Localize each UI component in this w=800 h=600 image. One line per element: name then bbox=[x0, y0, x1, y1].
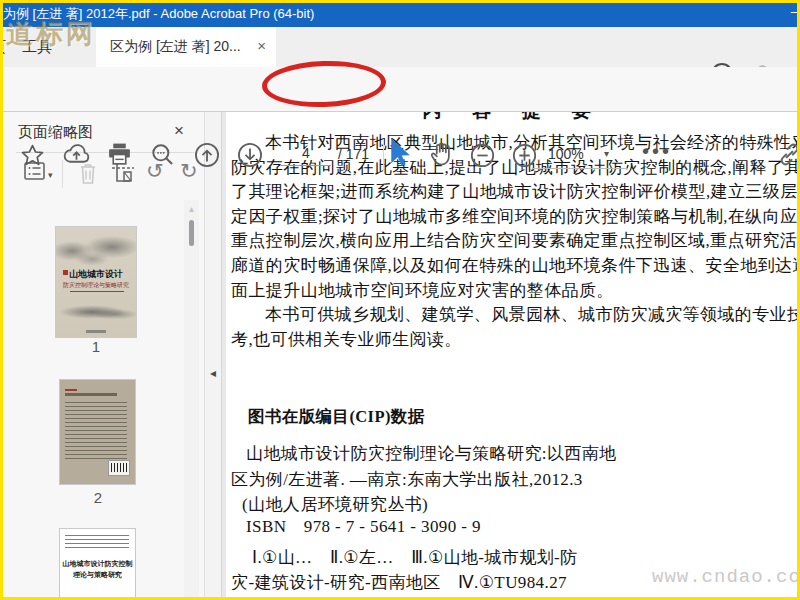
cover-ink-smudge bbox=[56, 301, 136, 323]
document-line: 廊道的灾时畅通保障,以及如何在特殊的山地环境条件下迅速、安全地到达避难场所,从而… bbox=[231, 254, 800, 277]
site-url-watermark: www.cndao.com bbox=[652, 566, 800, 588]
cip-line: (山地人居环境研究丛书) bbox=[242, 493, 428, 516]
page-thumbnail-2[interactable] bbox=[60, 380, 135, 484]
page-thumbnail-1[interactable]: 山地城市设计 防灾控制理论与策略研究 bbox=[56, 227, 136, 337]
titlepage-text-lines bbox=[65, 535, 129, 551]
backcover-red-rule bbox=[65, 389, 77, 391]
main-toolbar: / 171 100% ▾ ••• bbox=[0, 67, 800, 112]
panel-scrollbar-track[interactable] bbox=[184, 200, 199, 600]
panel-close-icon[interactable]: × bbox=[174, 121, 184, 141]
zoom-out-icon[interactable] bbox=[469, 142, 496, 169]
site-logo-watermark: 道标网 bbox=[6, 16, 96, 52]
document-line: 定因子权重;探讨了山地城市多维空间环境的防灾控制策略与机制,在纵向应用上确定以详… bbox=[231, 205, 800, 228]
pdf-page: 内 容 提 要 本书针对西南地区典型山地城市,分析其空间环境与社会经济的特殊性对… bbox=[226, 112, 800, 597]
cip-line: 区为例/左进著. —南京:东南大学出版社,2012.3 bbox=[231, 468, 583, 491]
favorites-star-icon[interactable] bbox=[20, 143, 45, 168]
share-cloud-icon[interactable] bbox=[62, 141, 91, 168]
title-bar: 为例 [左进 著] 2012年.pdf - Adobe Acrobat Pro … bbox=[0, 0, 800, 27]
panel-splitter[interactable]: ◂ bbox=[204, 112, 222, 600]
cip-line: 山地城市设计防灾控制理论与策略研究:以西南地 bbox=[246, 442, 617, 465]
print-icon[interactable] bbox=[106, 141, 133, 168]
zoom-underline bbox=[532, 168, 628, 169]
page-number-input[interactable] bbox=[281, 141, 331, 166]
document-line: 面上提升山地城市空间环境应对灾害的整体品质。 bbox=[231, 279, 614, 302]
panel-collapse-icon[interactable]: ◂ bbox=[205, 366, 221, 380]
cover-title: 山地城市设计 bbox=[56, 268, 136, 281]
titlepage-title: 山地城市设计防灾控制 理论与策略研究 bbox=[60, 559, 135, 580]
minimize-button[interactable]: – bbox=[791, 2, 799, 19]
share-link-icon[interactable] bbox=[776, 141, 800, 168]
cover-ink-art bbox=[56, 227, 136, 267]
tab-document[interactable]: 区为例 [左进 著] 20... × bbox=[96, 27, 276, 67]
page-thumbnail-3[interactable]: 山地城市设计防灾控制 理论与策略研究 bbox=[60, 529, 135, 597]
search-icon[interactable] bbox=[149, 141, 177, 169]
thumbnail-1-label: 1 bbox=[56, 338, 136, 355]
document-line: 考,也可供相关专业师生阅读。 bbox=[231, 328, 462, 351]
hand-tool-icon[interactable] bbox=[428, 139, 456, 168]
document-line: 重点控制层次,横向应用上结合防灾空间要素确定重点控制区域,重点研究活动节点的有效… bbox=[231, 229, 800, 252]
barcode bbox=[108, 460, 130, 476]
tab-bar: 页 工具 区为例 [左进 著] 20... × ? bbox=[0, 27, 800, 67]
select-tool-cursor-icon[interactable] bbox=[388, 137, 412, 170]
tab-document-label: 区为例 [左进 著] 20... bbox=[110, 38, 241, 56]
cover-subtitle: 防灾控制理论与策略研究 bbox=[56, 281, 136, 290]
titlepage-title-line2: 理论与策略研究 bbox=[73, 571, 122, 579]
cip-line: ISBN 978 - 7 - 5641 - 3090 - 9 bbox=[246, 515, 481, 538]
titlepage-title-line1: 山地城市设计防灾控制 bbox=[63, 560, 133, 568]
page-total-label: / 171 bbox=[338, 146, 369, 162]
backcover-heading-bar bbox=[65, 393, 117, 396]
cip-line: 灾-建筑设计-研究-西南地区 Ⅳ.①TU984.27 bbox=[231, 571, 567, 594]
cover-publisher-mark bbox=[86, 330, 106, 333]
next-page-icon[interactable] bbox=[236, 141, 264, 169]
cip-line: Ⅰ.①山… Ⅱ.①左… Ⅲ.①山地-城市规划-防 bbox=[252, 546, 578, 569]
panel-scroll-up-icon[interactable]: ▴ bbox=[184, 203, 199, 214]
cip-title: 图书在版编目(CIP)数据 bbox=[248, 406, 425, 428]
cover-rule bbox=[70, 291, 124, 292]
panel-title: 页面缩略图 bbox=[18, 123, 93, 142]
document-area: 内 容 提 要 本书针对西南地区典型山地城市,分析其空间环境与社会经济的特殊性对… bbox=[222, 112, 800, 600]
tab-close-icon[interactable]: × bbox=[257, 37, 266, 54]
zoom-caret-icon[interactable]: ▾ bbox=[604, 148, 609, 159]
previous-page-icon[interactable] bbox=[193, 141, 221, 169]
thumbnail-2-label: 2 bbox=[58, 489, 138, 506]
zoom-in-icon[interactable] bbox=[511, 142, 538, 169]
document-line: 本书可供城乡规划、建筑学、风景园林、城市防灾减灾等领域的专业技术人员与政府部门的… bbox=[265, 303, 800, 326]
page-thumbnails-panel: 页面缩略图 × ▾ ↺ bbox=[0, 112, 204, 600]
panel-scrollbar-thumb[interactable] bbox=[189, 220, 194, 246]
toolbar-divider bbox=[383, 139, 384, 171]
more-tools-icon[interactable]: ••• bbox=[642, 140, 672, 163]
document-line: 了其理论框架;进而系统构建了山地城市设计防灾控制评价模型,建立三级层级构架的评价… bbox=[231, 180, 800, 203]
zoom-level-value[interactable]: 100% bbox=[548, 146, 584, 162]
acrobat-window: 为例 [左进 著] 2012年.pdf - Adobe Acrobat Pro … bbox=[0, 0, 800, 600]
options-caret-icon[interactable]: ▾ bbox=[48, 170, 53, 180]
backcover-text-lines bbox=[65, 402, 127, 462]
page-heading: 内 容 提 要 bbox=[226, 112, 800, 124]
